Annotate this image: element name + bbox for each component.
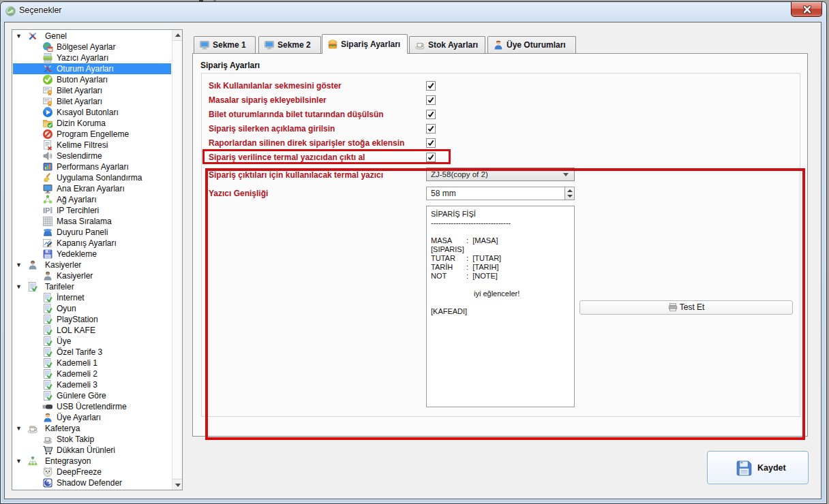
svg-text:IP: IP bbox=[43, 206, 50, 215]
